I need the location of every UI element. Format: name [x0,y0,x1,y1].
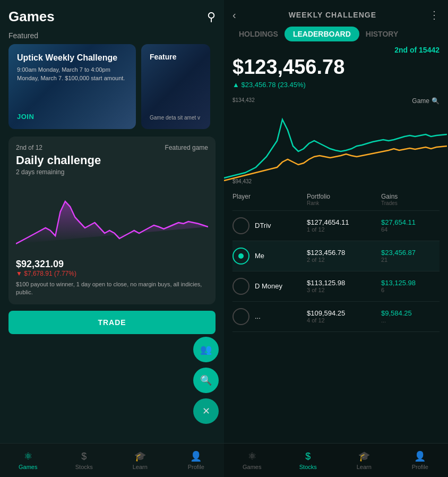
leaderboard-chart: $134,432 $94,432 Game 🔍 [224,93,448,189]
nav-learn-label: Learn [133,464,148,470]
chart-high-label: $134,432 [232,97,255,103]
portfolio-val-3: $113,125.98 [307,279,381,287]
featured-card-1-title: Uptick Weekly Challenge [17,53,127,63]
challenge-payout: $100 payout to winner, 1 day open to clo… [16,280,208,297]
nav-games-label: Games [19,464,37,470]
leaderboard-row-4[interactable]: ... $109,594.25 4 of 12 $9,584.25 ... [232,302,440,332]
portfolio-val-4: $109,594.25 [307,309,381,317]
gains-trades-2: 21 [381,257,440,263]
left-trade-button[interactable]: TRADE [8,311,216,334]
nav-games[interactable]: ⚛ Games [0,444,56,477]
rank-display: 2nd of 15442 [224,46,448,54]
gains-trades-3: 6 [381,287,440,293]
featured-card-1[interactable]: Uptick Weekly Challenge 9:00am Monday, M… [8,44,136,129]
right-nav-profile[interactable]: 👤 Profile [392,444,449,477]
right-learn-icon: 🎓 [358,450,370,462]
profile-icon: 👤 [190,450,202,462]
player-name-dmoney: D Money [255,282,282,290]
leaderboard-row-1[interactable]: DTriv $127,4654.11 1 of 12 $27,654.11 64 [232,211,440,241]
nav-profile-label: Profile [188,464,204,470]
right-header: ‹ WEEKLY CHALLENGE ⋮ [224,0,448,27]
col-gains: Gains Trades [381,193,440,206]
leaderboard-header: Player Portfolio Rank Gains Trades [232,189,440,211]
portfolio-rank-3: 3 of 12 [307,287,381,293]
challenge-chart [16,180,208,254]
stocks-icon: $ [81,451,87,462]
portfolio-val-1: $127,4654.11 [307,218,381,226]
right-stocks-icon: $ [305,451,311,462]
portfolio-rank-2: 2 of 12 [307,257,381,263]
featured-cards-container: Uptick Weekly Challenge 9:00am Monday, M… [0,44,224,129]
challenge-remaining: 2 days remaining [16,168,208,176]
right-nav-games[interactable]: ⚛ Games [224,444,280,477]
challenge-value: $92,321.09 [16,259,208,270]
avatar-row4 [232,308,249,325]
challenge-title: Daily challenge [16,154,208,167]
right-profile-icon: 👤 [414,450,426,462]
nav-profile[interactable]: 👤 Profile [168,444,225,477]
challenge-featured-label: Featured game [165,144,208,151]
search-icon[interactable]: ⚲ [207,10,216,24]
avatar-dmoney [232,278,249,295]
right-games-icon: ⚛ [248,450,256,462]
right-nav-games-label: Games [243,464,261,470]
nav-learn[interactable]: 🎓 Learn [112,444,168,477]
right-nav-stocks-label: Stocks [299,464,317,470]
col-player: Player [232,193,307,206]
gains-val-3: $13,125.98 [381,279,440,287]
tab-leaderboard[interactable]: LEADERBOARD [285,27,359,41]
page-title: Games [8,8,55,25]
portfolio-rank-1: 1 of 12 [307,226,381,233]
gains-val-4: $9,584.25 [381,309,440,317]
tab-holdings[interactable]: HOLDINGS [232,27,285,41]
close-fab-button[interactable]: ✕ [193,398,219,424]
portfolio-value: $123,456.78 [224,56,448,79]
right-nav-profile-label: Profile [412,464,428,470]
portfolio-change: ▲ $23,456.78 (23.45%) [224,79,448,93]
featured-card-2-title: Feature [150,53,202,61]
right-nav-learn-label: Learn [357,464,372,470]
games-icon: ⚛ [24,450,32,462]
featured-card-2-desc: Game deta sit amet v [150,115,202,121]
group-fab-button[interactable]: 👥 [193,337,219,362]
chart-game-label: Game 🔍 [412,97,440,105]
join-button[interactable]: JOIN [17,113,127,121]
player-name-row4: ... [255,312,261,320]
player-name-me: Me [255,252,264,260]
learn-icon: 🎓 [134,450,146,462]
search-fab-button[interactable]: 🔍 [193,368,219,393]
back-button[interactable]: ‹ [232,9,236,21]
featured-card-1-desc: 9:00am Monday, March 7 to 4:00pm Monday,… [17,66,127,82]
more-button[interactable]: ⋮ [429,8,440,21]
leaderboard-row-3[interactable]: D Money $113,125.98 3 of 12 $13,125.98 6 [232,271,440,302]
featured-card-2[interactable]: Feature Game deta sit amet v [141,44,210,129]
col-portfolio: Portfolio Rank [307,193,381,206]
leaderboard-table: Player Portfolio Rank Gains Trades DTriv… [224,189,448,449]
fab-group: 👥 🔍 ✕ [193,337,219,424]
left-bottom-nav: ⚛ Games $ Stocks 🎓 Learn 👤 Profile [0,443,224,477]
avatar-me [232,248,249,265]
chart-low-label: $94,432 [232,178,252,184]
nav-stocks-label: Stocks [75,464,93,470]
right-page-title: WEEKLY CHALLENGE [236,11,429,19]
avatar-dtriv [232,217,249,234]
challenge-rank: 2nd of 12 [16,144,42,151]
gains-trades-1: 64 [381,226,440,233]
right-nav-learn[interactable]: 🎓 Learn [336,444,392,477]
right-nav-stocks[interactable]: $ Stocks [280,444,337,477]
portfolio-val-2: $123,456.78 [307,249,381,257]
daily-challenge-card: 2nd of 12 Featured game Daily challenge … [8,137,216,304]
tabs-container: HOLDINGS LEADERBOARD HISTORY [224,27,448,41]
tab-history[interactable]: HISTORY [359,27,404,41]
portfolio-rank-4: 4 of 12 [307,317,381,323]
magnify-icon[interactable]: 🔍 [432,97,440,105]
gains-val-1: $27,654.11 [381,218,440,226]
featured-label: Featured [0,29,224,44]
leaderboard-row-2[interactable]: Me $123,456.78 2 of 12 $23,456.87 21 [232,241,440,271]
player-name-dtriv: DTriv [255,222,271,229]
gains-trades-4: ... [381,317,440,323]
nav-stocks[interactable]: $ Stocks [56,444,113,477]
gains-val-2: $23,456.87 [381,249,440,257]
challenge-change: ▼ $7,678.91 (7.77%) [16,270,208,277]
right-bottom-nav: ⚛ Games $ Stocks 🎓 Learn 👤 Profile [224,443,448,477]
